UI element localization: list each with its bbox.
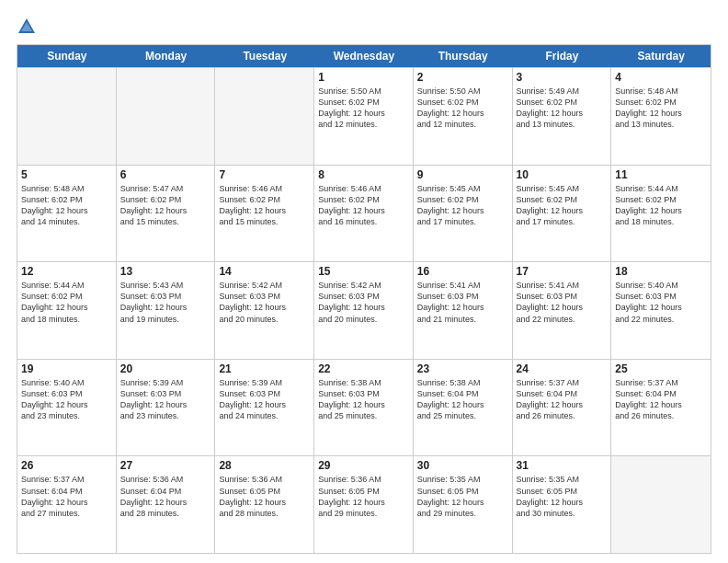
calendar-cell: 10Sunrise: 5:45 AM Sunset: 6:02 PM Dayli… — [513, 166, 612, 262]
day-number: 1 — [318, 71, 409, 84]
day-number: 18 — [615, 265, 707, 278]
calendar-header: SundayMondayTuesdayWednesdayThursdayFrid… — [17, 45, 711, 67]
logo — [17, 17, 40, 37]
calendar-cell — [611, 456, 711, 553]
day-number: 7 — [219, 168, 310, 181]
calendar-cell: 24Sunrise: 5:37 AM Sunset: 6:04 PM Dayli… — [513, 360, 612, 456]
day-info: Sunrise: 5:36 AM Sunset: 6:04 PM Dayligh… — [120, 474, 211, 519]
day-info: Sunrise: 5:36 AM Sunset: 6:05 PM Dayligh… — [318, 474, 409, 519]
day-number: 27 — [120, 459, 211, 472]
day-number: 3 — [517, 71, 608, 84]
calendar-cell: 14Sunrise: 5:42 AM Sunset: 6:03 PM Dayli… — [215, 262, 314, 359]
day-info: Sunrise: 5:41 AM Sunset: 6:03 PM Dayligh… — [417, 280, 508, 325]
day-info: Sunrise: 5:49 AM Sunset: 6:02 PM Dayligh… — [517, 86, 608, 131]
calendar-cell: 31Sunrise: 5:35 AM Sunset: 6:05 PM Dayli… — [513, 456, 612, 553]
day-number: 9 — [417, 168, 508, 181]
day-info: Sunrise: 5:35 AM Sunset: 6:05 PM Dayligh… — [417, 474, 508, 519]
day-number: 5 — [21, 168, 112, 181]
day-number: 23 — [417, 362, 508, 375]
day-info: Sunrise: 5:50 AM Sunset: 6:02 PM Dayligh… — [318, 86, 409, 131]
header-day-saturday: Saturday — [611, 45, 711, 67]
day-info: Sunrise: 5:46 AM Sunset: 6:02 PM Dayligh… — [219, 183, 310, 228]
calendar-cell: 13Sunrise: 5:43 AM Sunset: 6:03 PM Dayli… — [117, 262, 216, 359]
day-number: 11 — [615, 168, 707, 181]
header-day-sunday: Sunday — [17, 45, 117, 67]
day-info: Sunrise: 5:48 AM Sunset: 6:02 PM Dayligh… — [615, 86, 707, 131]
day-info: Sunrise: 5:39 AM Sunset: 6:03 PM Dayligh… — [120, 377, 211, 422]
day-info: Sunrise: 5:44 AM Sunset: 6:02 PM Dayligh… — [615, 183, 707, 228]
header-day-tuesday: Tuesday — [215, 45, 314, 67]
calendar-cell: 15Sunrise: 5:42 AM Sunset: 6:03 PM Dayli… — [314, 262, 414, 359]
calendar-cell: 7Sunrise: 5:46 AM Sunset: 6:02 PM Daylig… — [215, 166, 314, 262]
calendar-cell: 2Sunrise: 5:50 AM Sunset: 6:02 PM Daylig… — [414, 68, 513, 165]
day-info: Sunrise: 5:37 AM Sunset: 6:04 PM Dayligh… — [517, 377, 608, 422]
calendar-cell: 19Sunrise: 5:40 AM Sunset: 6:03 PM Dayli… — [17, 360, 117, 456]
day-info: Sunrise: 5:37 AM Sunset: 6:04 PM Dayligh… — [615, 377, 707, 422]
header — [17, 17, 711, 37]
day-number: 8 — [318, 168, 409, 181]
header-day-wednesday: Wednesday — [314, 45, 414, 67]
day-info: Sunrise: 5:45 AM Sunset: 6:02 PM Dayligh… — [417, 183, 508, 228]
calendar-cell: 23Sunrise: 5:38 AM Sunset: 6:04 PM Dayli… — [414, 360, 513, 456]
calendar-cell: 29Sunrise: 5:36 AM Sunset: 6:05 PM Dayli… — [314, 456, 414, 553]
calendar-cell: 1Sunrise: 5:50 AM Sunset: 6:02 PM Daylig… — [314, 68, 414, 165]
day-number: 19 — [21, 362, 112, 375]
calendar-cell: 8Sunrise: 5:46 AM Sunset: 6:02 PM Daylig… — [314, 166, 414, 262]
calendar-cell — [117, 68, 216, 165]
calendar-row-1: 1Sunrise: 5:50 AM Sunset: 6:02 PM Daylig… — [17, 67, 711, 165]
calendar-cell: 16Sunrise: 5:41 AM Sunset: 6:03 PM Dayli… — [414, 262, 513, 359]
calendar-cell — [17, 68, 117, 165]
calendar-row-2: 5Sunrise: 5:48 AM Sunset: 6:02 PM Daylig… — [17, 165, 711, 262]
day-info: Sunrise: 5:35 AM Sunset: 6:05 PM Dayligh… — [517, 474, 608, 519]
day-info: Sunrise: 5:40 AM Sunset: 6:03 PM Dayligh… — [615, 280, 707, 325]
day-info: Sunrise: 5:37 AM Sunset: 6:04 PM Dayligh… — [21, 474, 112, 519]
calendar-cell: 3Sunrise: 5:49 AM Sunset: 6:02 PM Daylig… — [513, 68, 612, 165]
day-number: 14 — [219, 265, 310, 278]
day-info: Sunrise: 5:36 AM Sunset: 6:05 PM Dayligh… — [219, 474, 310, 519]
day-number: 28 — [219, 459, 310, 472]
day-info: Sunrise: 5:42 AM Sunset: 6:03 PM Dayligh… — [219, 280, 310, 325]
calendar-cell: 27Sunrise: 5:36 AM Sunset: 6:04 PM Dayli… — [117, 456, 216, 553]
day-number: 10 — [517, 168, 608, 181]
calendar-cell: 26Sunrise: 5:37 AM Sunset: 6:04 PM Dayli… — [17, 456, 117, 553]
day-info: Sunrise: 5:46 AM Sunset: 6:02 PM Dayligh… — [318, 183, 409, 228]
day-number: 31 — [517, 459, 608, 472]
day-number: 26 — [21, 459, 112, 472]
calendar-row-4: 19Sunrise: 5:40 AM Sunset: 6:03 PM Dayli… — [17, 359, 711, 456]
calendar-cell: 20Sunrise: 5:39 AM Sunset: 6:03 PM Dayli… — [117, 360, 216, 456]
calendar-cell: 21Sunrise: 5:39 AM Sunset: 6:03 PM Dayli… — [215, 360, 314, 456]
day-number: 4 — [615, 71, 707, 84]
calendar-cell: 30Sunrise: 5:35 AM Sunset: 6:05 PM Dayli… — [414, 456, 513, 553]
calendar-cell: 6Sunrise: 5:47 AM Sunset: 6:02 PM Daylig… — [117, 166, 216, 262]
header-day-monday: Monday — [117, 45, 216, 67]
day-info: Sunrise: 5:40 AM Sunset: 6:03 PM Dayligh… — [21, 377, 112, 422]
day-number: 17 — [517, 265, 608, 278]
calendar-body: 1Sunrise: 5:50 AM Sunset: 6:02 PM Daylig… — [17, 67, 711, 553]
calendar-cell: 9Sunrise: 5:45 AM Sunset: 6:02 PM Daylig… — [414, 166, 513, 262]
day-info: Sunrise: 5:38 AM Sunset: 6:04 PM Dayligh… — [417, 377, 508, 422]
day-info: Sunrise: 5:44 AM Sunset: 6:02 PM Dayligh… — [21, 280, 112, 325]
day-number: 20 — [120, 362, 211, 375]
calendar-cell: 4Sunrise: 5:48 AM Sunset: 6:02 PM Daylig… — [611, 68, 711, 165]
day-info: Sunrise: 5:43 AM Sunset: 6:03 PM Dayligh… — [120, 280, 211, 325]
day-number: 30 — [417, 459, 508, 472]
day-number: 29 — [318, 459, 409, 472]
calendar-cell: 25Sunrise: 5:37 AM Sunset: 6:04 PM Dayli… — [611, 360, 711, 456]
header-day-friday: Friday — [513, 45, 612, 67]
calendar-cell: 18Sunrise: 5:40 AM Sunset: 6:03 PM Dayli… — [611, 262, 711, 359]
calendar-cell — [215, 68, 314, 165]
day-info: Sunrise: 5:42 AM Sunset: 6:03 PM Dayligh… — [318, 280, 409, 325]
day-number: 16 — [417, 265, 508, 278]
day-number: 6 — [120, 168, 211, 181]
day-number: 2 — [417, 71, 508, 84]
calendar-cell: 12Sunrise: 5:44 AM Sunset: 6:02 PM Dayli… — [17, 262, 117, 359]
day-number: 13 — [120, 265, 211, 278]
day-info: Sunrise: 5:41 AM Sunset: 6:03 PM Dayligh… — [517, 280, 608, 325]
calendar-row-5: 26Sunrise: 5:37 AM Sunset: 6:04 PM Dayli… — [17, 455, 711, 553]
logo-icon — [17, 17, 37, 37]
calendar: SundayMondayTuesdayWednesdayThursdayFrid… — [17, 44, 711, 554]
day-number: 25 — [615, 362, 707, 375]
day-number: 22 — [318, 362, 409, 375]
day-number: 12 — [21, 265, 112, 278]
day-info: Sunrise: 5:38 AM Sunset: 6:03 PM Dayligh… — [318, 377, 409, 422]
